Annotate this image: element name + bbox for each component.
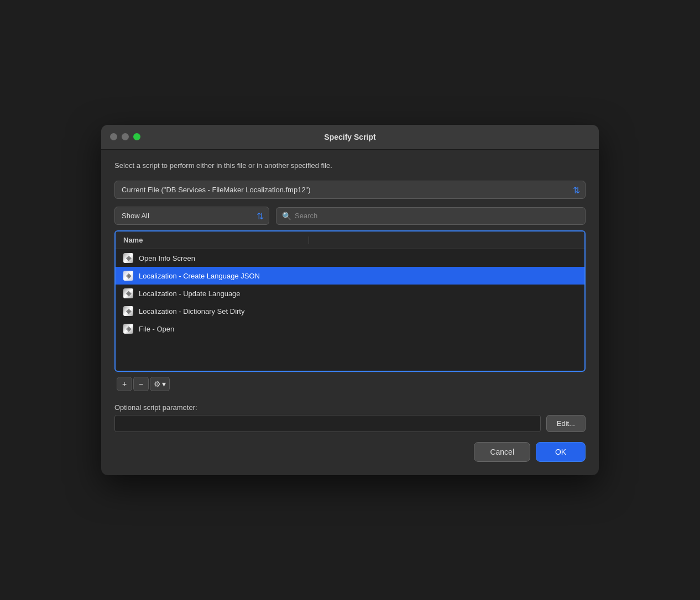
gear-icon: ⚙ <box>154 380 161 388</box>
list-item[interactable]: Localization - Create Language JSON <box>116 267 584 285</box>
script-icon <box>123 306 133 316</box>
bottom-buttons: Cancel OK <box>114 442 586 462</box>
param-row: Edit... <box>114 415 586 432</box>
fm-script-icon <box>123 288 133 298</box>
list-toolbar: + − ⚙ ▾ <box>114 372 586 396</box>
list-divider <box>309 236 309 244</box>
list-item[interactable]: File - Open <box>116 320 584 338</box>
cancel-button[interactable]: Cancel <box>474 442 530 462</box>
remove-button[interactable]: − <box>133 377 149 391</box>
gear-menu-button[interactable]: ⚙ ▾ <box>150 377 170 391</box>
add-button[interactable]: + <box>117 377 132 391</box>
script-item-label: Localization - Update Language <box>139 290 241 298</box>
script-icon <box>123 324 133 334</box>
fm-script-icon <box>123 306 133 316</box>
minimize-button[interactable] <box>122 133 129 140</box>
file-select[interactable]: Current File ("DB Services - FileMaker L… <box>114 181 586 199</box>
list-header: Name <box>116 231 584 249</box>
close-button[interactable] <box>110 133 117 140</box>
ok-button[interactable]: OK <box>536 442 586 462</box>
param-input[interactable] <box>114 415 541 432</box>
file-select-wrapper: Current File ("DB Services - FileMaker L… <box>114 181 586 199</box>
param-label: Optional script parameter: <box>114 403 586 412</box>
search-icon: 🔍 <box>282 212 291 220</box>
list-item[interactable]: Localization - Update Language <box>116 285 584 302</box>
window-title: Specify Script <box>324 133 375 141</box>
fm-script-icon <box>123 271 133 281</box>
search-wrapper: 🔍 <box>276 207 586 225</box>
search-input[interactable] <box>295 212 579 220</box>
fm-script-icon <box>123 253 133 263</box>
description-text: Select a script to perform either in thi… <box>114 161 586 171</box>
maximize-button[interactable] <box>133 133 140 140</box>
script-item-label: Open Info Screen <box>139 254 195 262</box>
script-list: Open Info Screen Localization - Create L… <box>116 249 584 371</box>
show-filter-wrapper: Show All ⇅ <box>114 207 269 225</box>
show-filter-select[interactable]: Show All <box>114 207 269 225</box>
script-icon <box>123 288 133 298</box>
script-item-label: File - Open <box>139 325 174 333</box>
script-item-label: Localization - Dictionary Set Dirty <box>139 307 244 315</box>
filter-row: Show All ⇅ 🔍 <box>114 207 586 225</box>
specify-script-dialog: Specify Script Select a script to perfor… <box>101 125 599 475</box>
edit-button[interactable]: Edit... <box>546 415 586 432</box>
list-item[interactable]: Open Info Screen <box>116 249 584 267</box>
list-column-name: Name <box>123 236 143 244</box>
file-select-row: Current File ("DB Services - FileMaker L… <box>114 181 586 199</box>
title-bar: Specify Script <box>101 125 599 150</box>
script-icon <box>123 253 133 263</box>
script-icon <box>123 271 133 281</box>
gear-arrow-icon: ▾ <box>162 380 166 388</box>
script-item-label: Localization - Create Language JSON <box>139 272 260 280</box>
traffic-lights <box>110 133 140 140</box>
fm-script-icon <box>123 324 133 334</box>
dialog-content: Select a script to perform either in thi… <box>101 150 599 475</box>
list-item[interactable]: Localization - Dictionary Set Dirty <box>116 302 584 320</box>
script-list-container: Name Open Info Screen Localization - Cre… <box>114 230 586 372</box>
